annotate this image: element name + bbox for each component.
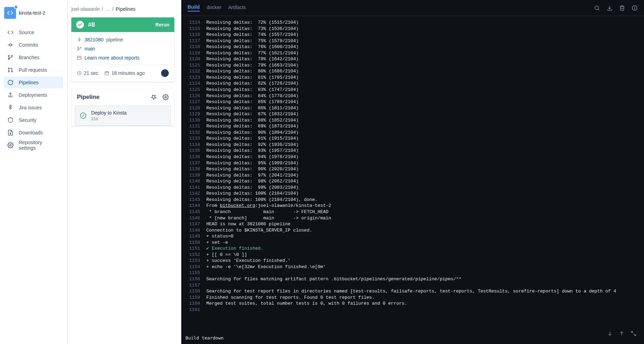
log-body[interactable]: 1114Resolving deltas: 72% (1515/2104)111… [181, 16, 644, 332]
reports-link[interactable]: Learn more about reports [85, 55, 140, 61]
line-number: 1127 [181, 99, 206, 105]
line-text: Finished scanning for test reports. Foun… [206, 295, 375, 301]
deployments-icon [7, 92, 14, 99]
breadcrumb: joel-olawanle / … / Pipelines [71, 6, 174, 12]
svg-point-4 [11, 55, 13, 56]
line-number: 1132 [181, 130, 206, 136]
line-text: Resolving deltas: 93% (1957/2104) [206, 148, 299, 154]
log-line: 1152+ [[ 0 == \0 ]] [181, 252, 644, 258]
line-number: 1159 [181, 295, 206, 301]
sidebar-item-source[interactable]: Source [4, 26, 63, 38]
avatar[interactable] [161, 69, 169, 77]
log-line: 1128Resolving deltas: 86% (1811/2104) [181, 105, 644, 111]
tab-build[interactable]: Build [188, 4, 200, 11]
log-line: 1149+ status=0 [181, 233, 644, 240]
line-text: + success 'Execution finished.' [206, 258, 291, 264]
line-text: + set -e [206, 240, 228, 246]
line-text: Resolving deltas: 82% (1726/2104) [206, 80, 299, 87]
sidebar-item-jira[interactable]: Jira issues [4, 102, 63, 114]
sidebar-item-settings[interactable]: Repository settings [4, 139, 63, 151]
crumb-owner[interactable]: joel-olawanle [71, 6, 100, 12]
line-text: Resolving deltas: 86% (1811/2104) [206, 105, 299, 111]
info-icon[interactable] [631, 5, 638, 11]
pin-icon[interactable] [151, 94, 157, 100]
clock-icon [77, 71, 82, 76]
log-line: 1126Resolving deltas: 84% (1770/2104) [181, 93, 644, 99]
log-line: 1148Connection to $KINSTA_SERVER_IP clos… [181, 227, 644, 234]
line-number: 1158 [181, 288, 206, 295]
log-line: 1144From bitbucket.org:joel-olawanle/kin… [181, 203, 644, 209]
commit-hash[interactable]: 3821080 [85, 37, 104, 42]
line-number: 1122 [181, 68, 206, 75]
line-text: Resolving deltas: 87% (1832/2104) [206, 111, 299, 117]
gear-icon[interactable] [162, 94, 169, 100]
svg-line-26 [598, 9, 599, 10]
log-nav [607, 331, 636, 336]
sidebar-item-label: Downloads [19, 130, 43, 135]
log-line: 1127Resolving deltas: 85% (1789/2104) [181, 99, 644, 105]
line-number: 1115 [181, 26, 206, 32]
log-line: 1124Resolving deltas: 82% (1726/2104) [181, 80, 644, 87]
trash-icon[interactable] [619, 5, 625, 11]
sidebar-item-label: Pull requests [19, 67, 47, 73]
branch-row[interactable]: main [77, 46, 169, 52]
tab-docker[interactable]: docker [207, 5, 221, 11]
svg-point-11 [79, 39, 80, 41]
search-icon[interactable] [594, 5, 600, 11]
rerun-button[interactable]: Rerun [156, 22, 169, 28]
log-line: 1157 [181, 282, 644, 289]
log-line: 1117Resolving deltas: 75% (1579/2104) [181, 38, 644, 44]
log-panel: Build docker Artifacts 1114Resolving del… [181, 0, 644, 344]
line-number: 1133 [181, 135, 206, 142]
sidebar-item-branches[interactable]: Branches [4, 52, 63, 63]
sidebar-item-downloads[interactable]: Downloads [4, 127, 63, 139]
time-ago: 18 minutes ago [111, 70, 145, 76]
sidebar-item-prs[interactable]: Pull requests [4, 64, 63, 76]
sidebar-item-security[interactable]: Security [4, 114, 63, 126]
commits-icon [7, 41, 14, 48]
line-text: Resolving deltas: 96% (2020/2104) [206, 166, 299, 172]
pipelines-icon [7, 79, 14, 86]
tab-artifacts[interactable]: Artifacts [228, 5, 246, 11]
branch-name[interactable]: main [85, 46, 95, 52]
commit-row[interactable]: 3821080 pipeline [77, 37, 169, 42]
svg-point-8 [11, 71, 13, 72]
svg-point-0 [9, 44, 11, 46]
line-text: Resolving deltas: 94% (1978/2104) [206, 154, 299, 160]
scroll-up-icon[interactable] [619, 331, 625, 336]
line-number: 1125 [181, 87, 206, 93]
svg-line-34 [634, 334, 636, 336]
line-number: 1161 [181, 307, 206, 313]
pipeline-step[interactable]: ✓ Deploy to Kinsta 21s [75, 105, 171, 126]
sidebar-item-pipelines[interactable]: Pipelines [4, 77, 63, 88]
line-number: 1119 [181, 50, 206, 56]
line-number: 1130 [181, 117, 206, 124]
line-text: Searching for files matching artifact pa… [206, 276, 461, 282]
line-number: 1131 [181, 123, 206, 130]
sidebar-item-commits[interactable]: Commits [4, 39, 63, 51]
sidebar: kinsta-test-2 SourceCommitsBranchesPull … [0, 0, 68, 344]
line-number: 1139 [181, 172, 206, 179]
repo-header[interactable]: kinsta-test-2 [4, 7, 63, 19]
sidebar-item-label: Source [19, 30, 34, 35]
line-text: Resolving deltas: 98% (2062/2104) [206, 178, 299, 185]
sidebar-item-deployments[interactable]: Deployments [4, 89, 63, 101]
svg-point-25 [595, 6, 599, 10]
line-number: 1141 [181, 185, 206, 191]
log-line: 1146 * [new branch] main -> origin/main [181, 215, 644, 221]
log-line: 1156Searching for files matching artifac… [181, 276, 644, 282]
line-number: 1157 [181, 282, 206, 289]
teardown-section[interactable]: Build teardown [181, 332, 644, 344]
line-number: 1153 [181, 258, 206, 264]
crumb-ellipsis[interactable]: … [105, 6, 110, 12]
log-line: 1131Resolving deltas: 89% (1873/2104) [181, 123, 644, 130]
svg-point-3 [8, 55, 9, 56]
line-text: Resolving deltas: 99% (2083/2104) [206, 185, 299, 191]
fullscreen-icon[interactable] [631, 331, 636, 336]
reports-row[interactable]: Learn more about reports [77, 55, 169, 61]
log-line: 1123Resolving deltas: 81% (1705/2104) [181, 75, 644, 81]
line-number: 1155 [181, 270, 206, 276]
download-icon[interactable] [606, 5, 613, 11]
svg-point-15 [80, 47, 81, 48]
scroll-down-icon[interactable] [607, 331, 613, 336]
